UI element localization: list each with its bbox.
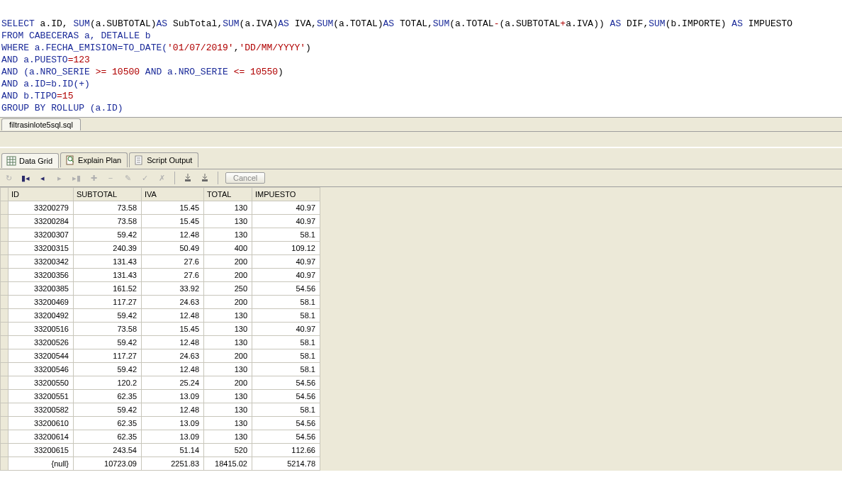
col-header-subtotal[interactable]: SUBTOTAL [74,188,142,201]
table-row[interactable]: {null}10723.092251.8318415.025214.78 [1,457,320,471]
grid-cell[interactable]: 33200516 [9,323,74,336]
table-row[interactable]: 3320027973.5815.4513040.97 [1,201,320,215]
grid-cell[interactable]: 130 [204,323,252,336]
table-row[interactable]: 3320061062.3513.0913054.56 [1,417,320,430]
grid-cell[interactable]: 130 [204,336,252,349]
grid-cell[interactable]: 59.42 [74,309,142,323]
grid-cell[interactable]: 59.42 [74,228,142,242]
grid-cell[interactable]: 200 [204,255,252,269]
grid-cell[interactable]: 130 [204,228,252,242]
nav-post-icon[interactable]: ✓ [139,172,150,184]
grid-cell[interactable]: 33200610 [9,417,74,430]
grid-cell[interactable]: 27.6 [142,255,204,269]
grid-cell[interactable]: 2251.83 [142,457,204,471]
grid-cell[interactable]: 10723.09 [74,457,142,471]
grid-cell[interactable]: 54.56 [252,376,320,390]
grid-cell[interactable]: 40.97 [252,201,320,215]
nav-edit-icon[interactable]: ✎ [122,172,133,184]
row-indicator[interactable] [1,255,9,269]
grid-cell[interactable]: 33200279 [9,201,74,215]
table-row[interactable]: 3320055162.3513.0913054.56 [1,390,320,403]
grid-cell[interactable]: 58.1 [252,228,320,242]
cancel-button[interactable]: Cancel [225,172,265,184]
grid-cell[interactable]: 54.56 [252,282,320,296]
table-row[interactable]: 3320030759.4212.4813058.1 [1,228,320,242]
grid-cell[interactable]: 240.39 [74,242,142,255]
grid-cell[interactable]: 200 [204,376,252,390]
grid-cell[interactable]: 15.45 [142,323,204,336]
row-indicator[interactable] [1,417,9,430]
table-row[interactable]: 33200356131.4327.620040.97 [1,269,320,282]
grid-cell[interactable]: 62.35 [74,430,142,444]
grid-cell[interactable]: 117.27 [74,296,142,309]
grid-cell[interactable]: 161.52 [74,282,142,296]
row-indicator[interactable] [1,269,9,282]
grid-cell[interactable]: 130 [204,430,252,444]
grid-cell[interactable]: 15.45 [142,201,204,215]
grid-cell[interactable]: 12.48 [142,363,204,376]
grid-cell[interactable]: 200 [204,349,252,363]
grid-cell[interactable]: 130 [204,417,252,430]
grid-cell[interactable]: 58.1 [252,363,320,376]
grid-cell[interactable]: 33200614 [9,430,74,444]
grid-cell[interactable]: 130 [204,201,252,215]
tab-data-grid[interactable]: Data Grid [1,153,59,168]
grid-cell[interactable]: 40.97 [252,255,320,269]
grid-cell[interactable]: 33200356 [9,269,74,282]
grid-cell[interactable]: 12.48 [142,336,204,349]
grid-cell[interactable]: {null} [9,457,74,471]
export-icon[interactable] [182,172,193,184]
nav-delete-icon[interactable]: − [105,172,116,184]
grid-cell[interactable]: 33200582 [9,403,74,417]
row-indicator[interactable] [1,349,9,363]
grid-cell[interactable]: 33200492 [9,309,74,323]
grid-cell[interactable]: 130 [204,403,252,417]
row-indicator[interactable] [1,309,9,323]
row-indicator[interactable] [1,215,9,228]
nav-next-icon[interactable]: ▸ [54,172,65,184]
grid-cell[interactable]: 27.6 [142,269,204,282]
row-indicator[interactable] [1,403,9,417]
row-indicator[interactable] [1,296,9,309]
grid-cell[interactable]: 130 [204,390,252,403]
grid-cell[interactable]: 33200315 [9,242,74,255]
table-row[interactable]: 3320052659.4212.4813058.1 [1,336,320,349]
file-tab[interactable]: filtrasinlote5sql.sql [1,118,81,130]
grid-cell[interactable]: 200 [204,296,252,309]
grid-cell[interactable]: 33200551 [9,390,74,403]
grid-cell[interactable]: 109.12 [252,242,320,255]
row-indicator[interactable] [1,336,9,349]
table-row[interactable]: 33200315240.3950.49400109.12 [1,242,320,255]
grid-cell[interactable]: 62.35 [74,390,142,403]
grid-cell[interactable]: 58.1 [252,336,320,349]
export2-icon[interactable] [199,172,211,184]
grid-cell[interactable]: 12.48 [142,309,204,323]
row-indicator[interactable] [1,457,9,471]
grid-cell[interactable]: 520 [204,444,252,457]
grid-cell[interactable]: 33200526 [9,336,74,349]
grid-cell[interactable]: 33200307 [9,228,74,242]
grid-cell[interactable]: 33200546 [9,363,74,376]
grid-cell[interactable]: 33200615 [9,444,74,457]
grid-cell[interactable]: 12.48 [142,228,204,242]
table-row[interactable]: 3320028473.5815.4513040.97 [1,215,320,228]
grid-cell[interactable]: 33200469 [9,296,74,309]
table-row[interactable]: 33200469117.2724.6320058.1 [1,296,320,309]
nav-refresh-icon[interactable]: ↻ [3,172,14,184]
grid-cell[interactable]: 40.97 [252,269,320,282]
grid-cell[interactable]: 33200550 [9,376,74,390]
nav-cancel-icon[interactable]: ✗ [156,172,167,184]
grid-cell[interactable]: 243.54 [74,444,142,457]
table-row[interactable]: 33200342131.4327.620040.97 [1,255,320,269]
tab-explain-plan[interactable]: Explain Plan [60,152,128,167]
grid-cell[interactable]: 73.58 [74,201,142,215]
nav-prev-icon[interactable]: ◂ [37,172,48,184]
grid-cell[interactable]: 200 [204,269,252,282]
grid-cell[interactable]: 250 [204,282,252,296]
col-header-impuesto[interactable]: IMPUESTO [252,188,320,201]
tab-script-output[interactable]: Script Output [129,152,198,167]
grid-cell[interactable]: 54.56 [252,417,320,430]
table-row[interactable]: 33200385161.5233.9225054.56 [1,282,320,296]
table-row[interactable]: 3320061462.3513.0913054.56 [1,430,320,444]
grid-cell[interactable]: 13.09 [142,390,204,403]
